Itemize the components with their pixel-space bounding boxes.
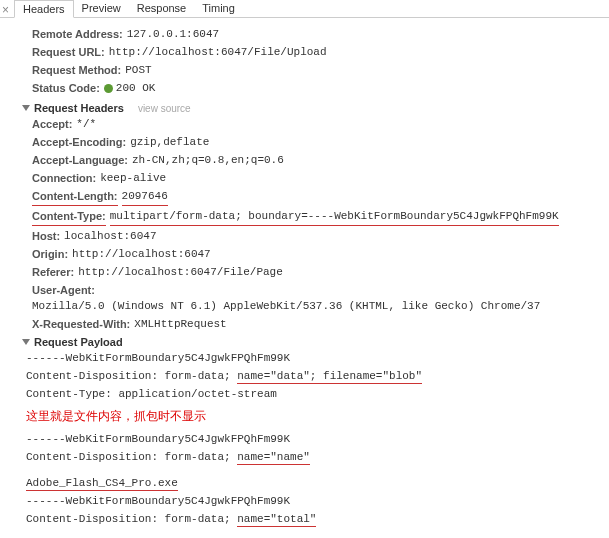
status-code-value: 200 OK (104, 80, 156, 96)
payload-filename: Adobe_Flash_CS4_Pro.exe (26, 475, 605, 491)
status-code-label: Status Code: (32, 80, 100, 96)
tab-bar: Headers Preview Response Timing (0, 0, 609, 18)
accept-language-value: zh-CN,zh;q=0.8,en;q=0.6 (132, 152, 284, 168)
accept-label: Accept: (32, 116, 72, 132)
remote-address-label: Remote Address: (32, 26, 123, 42)
connection-label: Connection: (32, 170, 96, 186)
user-agent-label: User-Agent: (32, 282, 95, 298)
expand-triangle-icon[interactable] (22, 339, 30, 345)
request-headers-header: Request Headers view source (22, 102, 605, 114)
request-method-label: Request Method: (32, 62, 121, 78)
tab-headers[interactable]: Headers (14, 0, 74, 18)
accept-value: */* (76, 116, 96, 132)
payload-disp-prefix: Content-Disposition: form-data; (26, 370, 237, 382)
request-url-label: Request URL: (32, 44, 105, 60)
tab-timing[interactable]: Timing (194, 0, 243, 17)
origin-label: Origin: (32, 246, 68, 262)
host-label: Host: (32, 228, 60, 244)
payload-boundary: ------WebKitFormBoundary5C4JgwkFPQhFm99K (26, 493, 605, 509)
accept-encoding-value: gzip,deflate (130, 134, 209, 150)
view-source-link[interactable]: view source (138, 103, 191, 114)
payload-disposition: Content-Disposition: form-data; name="na… (26, 449, 605, 465)
host-value: localhost:6047 (64, 228, 156, 244)
payload-boundary: ------WebKitFormBoundary5C4JgwkFPQhFm99K (26, 431, 605, 447)
origin-value: http://localhost:6047 (72, 246, 211, 262)
x-requested-with-value: XMLHttpRequest (134, 316, 226, 332)
accept-language-label: Accept-Language: (32, 152, 128, 168)
payload-disp-name: name="data"; filename="blob" (237, 370, 422, 384)
content-length-label: Content-Length: (32, 188, 118, 206)
payload-note: 这里就是文件内容，抓包时不显示 (26, 408, 605, 425)
payload-disposition: Content-Disposition: form-data; name="to… (26, 511, 605, 527)
request-url-value: http://localhost:6047/File/Upload (109, 44, 327, 60)
general-section: Remote Address:127.0.0.1:6047 Request UR… (22, 26, 605, 96)
request-method-value: POST (125, 62, 151, 78)
tab-preview[interactable]: Preview (74, 0, 129, 17)
status-code-text: 200 OK (116, 82, 156, 94)
tab-response[interactable]: Response (129, 0, 195, 17)
payload-disp-prefix: Content-Disposition: form-data; (26, 451, 237, 463)
payload-boundary: ------WebKitFormBoundary5C4JgwkFPQhFm99K (26, 350, 605, 366)
payload-disp-name: name="total" (237, 513, 316, 527)
payload-disposition: Content-Disposition: form-data; name="da… (26, 368, 605, 384)
content-type-label: Content-Type: (32, 208, 106, 226)
payload-disp-name: name="name" (237, 451, 310, 465)
content-length-value: 2097646 (122, 188, 168, 206)
close-icon[interactable]: × (2, 3, 9, 17)
request-payload-title: Request Payload (34, 336, 123, 348)
payload-disp-prefix: Content-Disposition: form-data; (26, 513, 237, 525)
request-headers-title: Request Headers (34, 102, 124, 114)
content-type-value: multipart/form-data; boundary=----WebKit… (110, 208, 559, 226)
expand-triangle-icon[interactable] (22, 105, 30, 111)
payload-filename-text: Adobe_Flash_CS4_Pro.exe (26, 477, 178, 491)
referer-label: Referer: (32, 264, 74, 280)
referer-value: http://localhost:6047/File/Page (78, 264, 283, 280)
status-dot-icon (104, 84, 113, 93)
remote-address-value: 127.0.0.1:6047 (127, 26, 219, 42)
connection-value: keep-alive (100, 170, 166, 186)
payload-content-type: Content-Type: application/octet-stream (26, 386, 605, 402)
content-panel: Remote Address:127.0.0.1:6047 Request UR… (0, 18, 609, 538)
x-requested-with-label: X-Requested-With: (32, 316, 130, 332)
accept-encoding-label: Accept-Encoding: (32, 134, 126, 150)
user-agent-value: Mozilla/5.0 (Windows NT 6.1) AppleWebKit… (32, 298, 540, 314)
request-payload-header: Request Payload (22, 336, 605, 348)
